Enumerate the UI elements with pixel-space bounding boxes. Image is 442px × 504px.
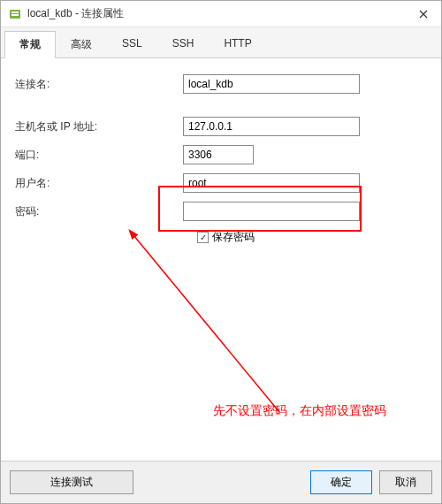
connection-name-label: 连接名: bbox=[15, 77, 183, 92]
ok-button[interactable]: 确定 bbox=[310, 470, 372, 494]
port-label: 端口: bbox=[15, 148, 183, 163]
app-icon bbox=[8, 7, 22, 21]
titlebar: local_kdb - 连接属性 bbox=[1, 1, 441, 27]
row-port: 端口: bbox=[15, 145, 427, 164]
test-connection-button[interactable]: 连接测试 bbox=[10, 470, 133, 494]
close-button[interactable] bbox=[406, 1, 441, 27]
row-save-password: 保存密码 bbox=[197, 230, 427, 245]
save-password-label: 保存密码 bbox=[212, 230, 255, 245]
footer-spacer bbox=[141, 470, 303, 494]
tab-general[interactable]: 常规 bbox=[4, 31, 56, 58]
username-input[interactable] bbox=[183, 173, 360, 193]
tab-advanced[interactable]: 高级 bbox=[56, 31, 107, 57]
username-label: 用户名: bbox=[15, 176, 183, 191]
password-input[interactable] bbox=[183, 202, 360, 221]
cancel-button[interactable]: 取消 bbox=[379, 470, 432, 494]
svg-line-3 bbox=[133, 235, 279, 412]
connection-name-input[interactable] bbox=[183, 74, 360, 94]
annotation-arrow bbox=[116, 226, 293, 421]
footer: 连接测试 确定 取消 bbox=[1, 461, 441, 503]
row-connection-name: 连接名: bbox=[15, 74, 427, 94]
window-title: local_kdb - 连接属性 bbox=[27, 6, 434, 21]
password-label: 密码: bbox=[15, 204, 183, 219]
tab-bar: 常规 高级 SSL SSH HTTP bbox=[1, 27, 441, 58]
save-password-checkbox[interactable] bbox=[197, 232, 209, 243]
content-panel: 连接名: 主机名或 IP 地址: 端口: 用户名: 密码: 保存密码 bbox=[1, 58, 441, 461]
tab-ssl[interactable]: SSL bbox=[107, 31, 157, 57]
dialog-window: local_kdb - 连接属性 常规 高级 SSL SSH HTTP 连接名:… bbox=[0, 0, 442, 504]
svg-rect-1 bbox=[11, 11, 19, 13]
annotation-text: 先不设置密码，在内部设置密码 bbox=[213, 403, 386, 419]
row-host: 主机名或 IP 地址: bbox=[15, 117, 427, 136]
tab-http[interactable]: HTTP bbox=[209, 31, 266, 57]
host-input[interactable] bbox=[183, 117, 360, 136]
host-label: 主机名或 IP 地址: bbox=[15, 119, 183, 134]
row-password: 密码: bbox=[15, 202, 427, 221]
port-input[interactable] bbox=[183, 145, 254, 164]
svg-rect-2 bbox=[11, 14, 19, 16]
tab-ssh[interactable]: SSH bbox=[157, 31, 210, 57]
row-username: 用户名: bbox=[15, 173, 427, 193]
